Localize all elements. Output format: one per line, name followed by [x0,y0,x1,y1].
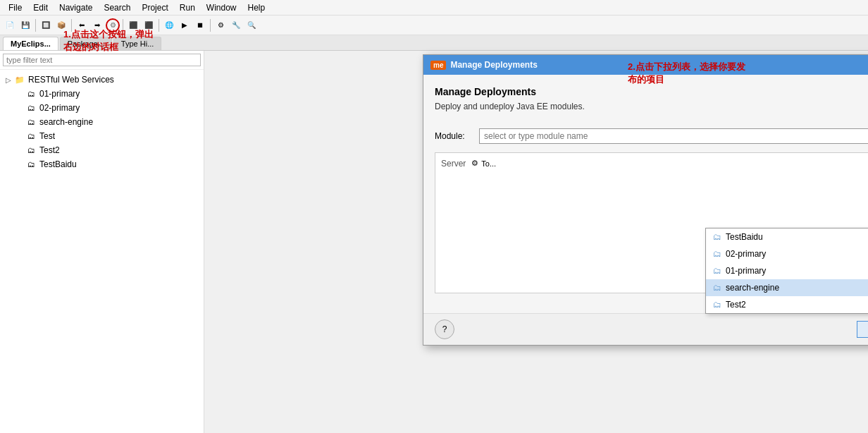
tree-item-02primary[interactable]: 🗂 02-primary [3,101,201,115]
dropdown-item-02primary[interactable]: 🗂 02-primary [706,245,868,262]
menu-window[interactable]: Window [201,1,242,14]
annotation-2: 2.点击下拉列表，选择你要发 布的项目 [628,61,804,86]
menubar: File Edit Navigate Search Project Run Wi… [0,0,868,16]
dialog-footer: ? OK Cancel [423,313,868,345]
tree-item-01primary[interactable]: 🗂 01-primary [3,87,201,101]
tree-item-search-engine[interactable]: 🗂 search-engine [3,115,201,129]
project-icon-01primary: 🗂 [25,88,37,99]
annotation-1: 1.点击这个按钮，弹出 右边的对话框 [63,28,176,54]
menu-file[interactable]: File [3,1,27,14]
project-icon-search-engine: 🗂 [25,116,37,128]
main-layout: ▷ 📁 RESTful Web Services 🗂 01-primary 🗂 … [0,51,868,433]
menu-run[interactable]: Run [174,1,201,14]
dialog-manage-deployments: me Manage Deployments — □ ✕ Manage Deplo… [423,54,868,346]
tree-label-test: Test [39,131,55,141]
toolbar-btn13[interactable]: ⚙ [213,18,228,32]
toolbar-btn12[interactable]: ⏹ [193,18,207,32]
project-icon-testbaidu: 🗂 [25,159,37,170]
toolbar-separator-1 [35,19,36,32]
module-label: Module: [435,131,473,141]
dropdown-item-test2[interactable]: 🗂 Test2 [706,296,868,313]
server-item-icon: ⚙ [471,159,478,168]
menu-navigate[interactable]: Navigate [54,1,98,14]
tree-view: ▷ 📁 RESTful Web Services 🗂 01-primary 🗂 … [0,70,204,433]
project-icon-test: 🗂 [25,130,37,142]
item-label-02primary: 02-primary [726,249,766,259]
tree-label-restful: RESTful Web Services [28,75,114,85]
tree-label-01primary: 01-primary [39,89,80,99]
ok-button[interactable]: OK [857,321,868,338]
server-row: ⚙ To... [471,159,868,168]
search-input[interactable] [3,54,201,66]
item-icon-02primary: 🗂 [713,249,721,259]
item-icon-search-engine: 🗂 [713,283,721,293]
menu-help[interactable]: Help [242,1,271,14]
item-icon-testbaidu: 🗂 [713,232,721,242]
module-input[interactable] [480,129,868,143]
toolbar-btn14[interactable]: 🔧 [229,18,243,32]
tree-label-testbaidu: TestBaidu [39,159,77,169]
item-label-test2: Test2 [726,300,746,310]
toolbar-btn11[interactable]: ▶ [178,18,192,32]
footer-buttons: OK Cancel [857,321,868,338]
menu-edit[interactable]: Edit [27,1,54,14]
project-icon-test2: 🗂 [25,145,37,156]
dropdown-item-01primary[interactable]: 🗂 01-primary [706,262,868,279]
toolbar-btn15[interactable]: 🔍 [244,18,259,32]
dialog-title: Manage Deployments [450,60,537,70]
dropdown-item-search-engine[interactable]: 🗂 search-engine [706,279,868,296]
dialog-body: Manage Deployments Deploy and undeploy J… [423,75,868,313]
dialog-heading: Manage Deployments [435,86,585,97]
dropdown-item-testbaidu[interactable]: 🗂 TestBaidu [706,228,868,245]
project-icon-02primary: 🗂 [25,102,37,114]
dropdown-list[interactable]: 🗂 TestBaidu 🗂 02-primary 🗂 01-primary 🗂 … [705,228,868,314]
dialog-icon: me [430,61,446,70]
toolbar-separator-5 [210,19,211,32]
toolbar-new[interactable]: 📄 [3,18,17,32]
tree-item-test2[interactable]: 🗂 Test2 [3,143,201,157]
toolbar-btn3[interactable]: 🔲 [39,18,53,32]
server-label: Server [441,159,466,287]
tree-item-testbaidu[interactable]: 🗂 TestBaidu [3,157,201,171]
expand-icon-restful: ▷ [6,76,14,84]
dialog-subtext: Deploy and undeploy Java EE modules. [435,102,585,111]
tree-item-restful[interactable]: ▷ 📁 RESTful Web Services [3,73,201,87]
menu-search[interactable]: Search [98,1,136,14]
tab-myeclips[interactable]: MyEclips... [3,37,58,50]
module-input-wrap [479,128,868,144]
server-item-label: To... [481,159,496,168]
help-button[interactable]: ? [435,319,454,339]
left-panel: ▷ 📁 RESTful Web Services 🗂 01-primary 🗂 … [0,51,204,433]
item-icon-01primary: 🗂 [713,266,721,276]
item-label-testbaidu: TestBaidu [726,232,763,242]
item-label-search-engine: search-engine [726,283,779,293]
item-label-01primary: 01-primary [726,266,766,276]
item-icon-test2: 🗂 [713,300,721,310]
module-row: Module: [435,128,868,144]
right-area: me Manage Deployments — □ ✕ Manage Deplo… [204,51,868,433]
tree-item-test[interactable]: 🗂 Test [3,129,201,143]
tree-label-test2: Test2 [39,145,60,155]
menu-project[interactable]: Project [136,1,173,14]
toolbar-btn2[interactable]: 💾 [18,18,32,32]
tree-label-02primary: 02-primary [39,103,80,113]
tree-label-search-engine: search-engine [39,117,93,127]
folder-icon-restful: 📁 [14,74,25,85]
